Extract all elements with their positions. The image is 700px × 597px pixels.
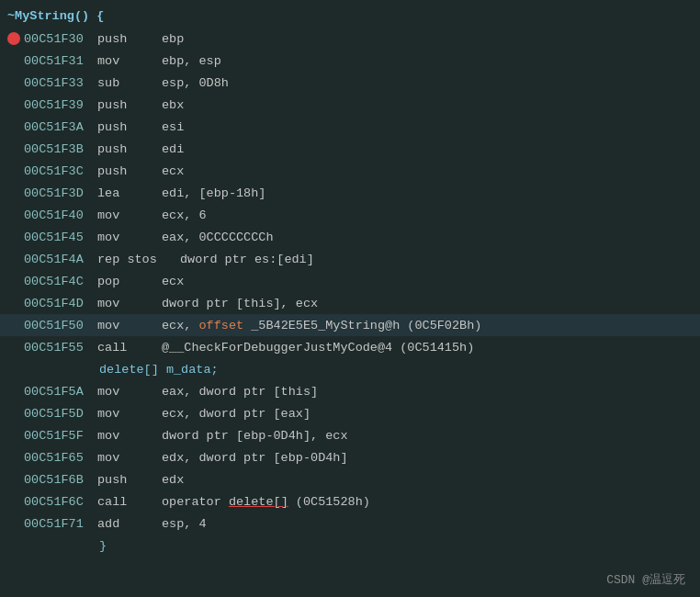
mnemonic-19: push [97,473,162,487]
mnemonic-16: mov [97,407,162,421]
operand-3: ebx [162,98,184,112]
operand-2: esp, 0D8h [162,76,229,90]
asm-line-15[interactable]: 00C51F5A mov eax, dword ptr [this] [0,380,700,402]
asm-line-4[interactable]: 00C51F3A push esi [0,116,700,138]
mnemonic-12: mov [97,297,162,310]
asm-line-13[interactable]: 00C51F50 mov ecx, offset _5B42E5E5_MyStr… [0,314,700,336]
operand-19: edx [162,473,184,487]
operand-15: eax, dword ptr [this] [162,385,318,399]
mnemonic-0: push [97,32,162,46]
breakpoint-dot [7,32,20,45]
asm-line-0[interactable]: 00C51F30 push ebp [0,28,700,50]
addr-6: 00C51F3C [24,164,97,178]
mnemonic-18: mov [97,451,162,465]
mnemonic-2: sub [97,76,162,90]
operand-18: edx, dword ptr [ebp-0D4h] [162,451,348,465]
asm-line-16[interactable]: 00C51F5D mov ecx, dword ptr [eax] [0,402,700,424]
addr-21: 00C51F71 [24,517,97,531]
addr-9: 00C51F45 [24,231,97,244]
operand-0: ebp [162,32,184,46]
addr-14: 00C51F55 [24,341,97,355]
mnemonic-20: call [97,495,162,509]
watermark: CSDN @温逗死 [606,571,685,588]
mnemonic-3: push [97,98,162,112]
mnemonic-4: push [97,120,162,134]
operand-8: ecx, 6 [162,208,207,222]
asm-line-14[interactable]: 00C51F55 call @__CheckForDebuggerJustMyC… [0,336,700,358]
addr-18: 00C51F65 [24,451,97,465]
asm-line-7[interactable]: 00C51F3D lea edi, [ebp-18h] [0,182,700,204]
operand-20: operator delete[] (0C51528h) [162,495,370,509]
addr-4: 00C51F3A [24,120,97,134]
asm-line-1[interactable]: 00C51F31 mov ebp, esp [0,50,700,72]
addr-12: 00C51F4D [24,297,97,310]
src-line-delete: delete[] m_data; [0,358,700,380]
mnemonic-21: add [97,517,162,531]
mnemonic-13: mov [97,319,162,332]
operand-1: ebp, esp [162,54,221,68]
title-text: ~MyString() { [7,9,104,23]
mnemonic-5: push [97,142,162,156]
operand-9: eax, 0CCCCCCCCh [162,231,274,244]
addr-2: 00C51F33 [24,76,97,90]
addr-3: 00C51F39 [24,98,97,112]
asm-line-17[interactable]: 00C51F5F mov dword ptr [ebp-0D4h], ecx [0,424,700,446]
addr-1: 00C51F31 [24,54,97,68]
mnemonic-14: call [97,341,162,355]
addr-16: 00C51F5D [24,407,97,421]
asm-line-5[interactable]: 00C51F3B push edi [0,138,700,160]
operand-16: ecx, dword ptr [eax] [162,407,310,421]
addr-13: 00C51F50 [24,319,97,332]
asm-line-11[interactable]: 00C51F4C pop ecx [0,270,700,292]
mnemonic-8: mov [97,208,162,222]
mnemonic-6: push [97,164,162,178]
mnemonic-11: pop [97,275,162,288]
code-container: ~MyString() { 00C51F30 push ebp 00C51F31… [0,0,700,597]
addr-11: 00C51F4C [24,275,97,288]
addr-19: 00C51F6B [24,473,97,487]
asm-line-20[interactable]: 00C51F6C call operator delete[] (0C51528… [0,490,700,513]
addr-10: 00C51F4A [24,253,97,266]
mnemonic-9: mov [97,231,162,244]
operand-10: dword ptr es:[edi] [180,253,314,266]
operand-14: @__CheckForDebuggerJustMyCode@4 (0C51415… [162,341,474,355]
src-text-close: } [99,539,107,553]
asm-line-2[interactable]: 00C51F33 sub esp, 0D8h [0,72,700,94]
title-line: ~MyString() { [0,4,700,28]
operand-4: esi [162,120,184,134]
asm-line-8[interactable]: 00C51F40 mov ecx, 6 [0,204,700,226]
asm-line-10[interactable]: 00C51F4A rep stos dword ptr es:[edi] [0,248,700,270]
asm-line-12[interactable]: 00C51F4D mov dword ptr [this], ecx [0,292,700,314]
asm-line-21[interactable]: 00C51F71 add esp, 4 [0,513,700,535]
addr-0: 00C51F30 [24,32,97,46]
operand-17: dword ptr [ebp-0D4h], ecx [162,429,348,443]
mnemonic-10: rep stos [97,253,180,266]
operand-11: ecx [162,275,184,288]
src-text-delete: delete[] m_data; [99,363,219,377]
addr-15: 00C51F5A [24,385,97,399]
asm-line-19[interactable]: 00C51F6B push edx [0,468,700,490]
mnemonic-17: mov [97,429,162,443]
operand-21: esp, 4 [162,517,207,531]
mnemonic-1: mov [97,54,162,68]
asm-line-9[interactable]: 00C51F45 mov eax, 0CCCCCCCCh [0,226,700,248]
addr-8: 00C51F40 [24,208,97,222]
operand-7: edi, [ebp-18h] [162,186,265,200]
operand-12: dword ptr [this], ecx [162,297,318,310]
operand-5: edi [162,142,184,156]
src-line-close: } [0,535,700,557]
mnemonic-7: lea [97,186,162,200]
addr-20: 00C51F6C [24,495,97,509]
operand-6: ecx [162,164,184,178]
asm-line-18[interactable]: 00C51F65 mov edx, dword ptr [ebp-0D4h] [0,446,700,468]
asm-line-3[interactable]: 00C51F39 push ebx [0,94,700,116]
mnemonic-15: mov [97,385,162,399]
addr-5: 00C51F3B [24,142,97,156]
asm-line-6[interactable]: 00C51F3C push ecx [0,160,700,182]
operand-13: ecx, offset _5B42E5E5_MyString@h (0C5F02… [162,319,481,332]
addr-7: 00C51F3D [24,186,97,200]
addr-17: 00C51F5F [24,429,97,443]
